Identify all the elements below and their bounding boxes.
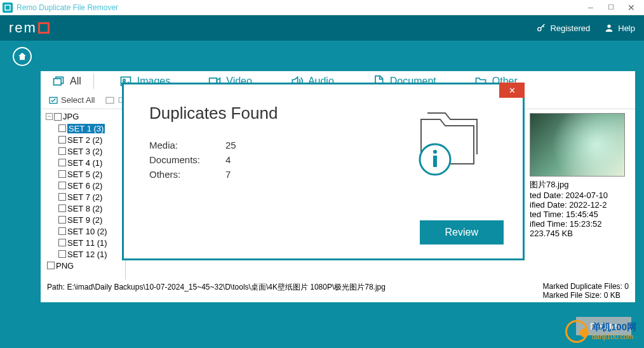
minimize-button[interactable]: ─ (580, 1, 601, 15)
svg-rect-8 (106, 97, 114, 103)
marked-size-label: Marked File Size: (543, 291, 602, 300)
tree-item-label: SET 5 (2) (67, 170, 102, 179)
svg-point-10 (433, 150, 437, 154)
help-link[interactable]: Help (604, 23, 635, 33)
svg-rect-11 (433, 156, 437, 167)
tree-item[interactable]: SET 4 (1) (42, 157, 124, 168)
window-title: Remo Duplicate File Remover (17, 3, 118, 12)
svg-rect-3 (54, 79, 62, 85)
tree-item-label: SET 9 (2) (67, 215, 102, 225)
checkbox[interactable] (58, 216, 66, 224)
results-dialog: ✕ Duplicates Found Media:25 Documents:4 … (122, 83, 525, 260)
tree-item-label: SET 11 (1) (67, 238, 107, 248)
svg-point-1 (538, 27, 541, 30)
tree-item[interactable]: SET 5 (2) (42, 168, 124, 180)
tree-item[interactable]: SET 9 (2) (42, 214, 124, 225)
others-label: Others: (149, 169, 225, 180)
tree-item[interactable]: SET 12 (1) (42, 248, 124, 260)
checkbox[interactable] (58, 182, 66, 189)
checkbox[interactable] (58, 227, 66, 235)
preview-created-time: ted Time: 15:45:45 (530, 210, 631, 219)
tree-item-label: SET 1 (3) (67, 124, 105, 133)
maximize-button[interactable]: ☐ (601, 1, 621, 15)
others-count: 7 (225, 169, 231, 180)
tree-item[interactable]: SET 10 (2) (42, 225, 124, 237)
watermark: 单机100网 danji100.com (565, 320, 636, 343)
tree-item[interactable]: SET 1 (3) (42, 123, 124, 134)
preview-size: 223.745 KB (530, 229, 631, 238)
stack-icon (52, 75, 65, 88)
tree-item-label: SET 3 (2) (67, 147, 102, 156)
info-folder-icon (408, 110, 485, 182)
tree-item[interactable]: SET 6 (2) (42, 180, 124, 191)
path-label: Path: (47, 283, 65, 291)
checkbox[interactable] (58, 124, 66, 132)
tree-item-label: SET 7 (2) (67, 192, 102, 202)
checkbox[interactable] (58, 193, 66, 201)
tree-item-label: SET 12 (1) (67, 250, 107, 259)
tree-category-jpg[interactable]: − JPG (42, 112, 124, 121)
checkbox[interactable] (58, 159, 66, 166)
person-icon (604, 23, 614, 33)
marked-files-label: Marked Duplicate Files: (543, 282, 622, 291)
marked-size-value: 0 (604, 291, 608, 300)
brand-bar: rem Registered Help (0, 15, 644, 41)
preview-modified-date: ified Date: 2022-12-2 (530, 200, 631, 210)
preview-created-date: ted Date: 2024-07-10 (530, 191, 631, 200)
documents-label: Documents: (149, 154, 225, 165)
media-count: 25 (225, 140, 236, 151)
status-bar: Path: E:\imad\Daily Backups\10-07-2024_1… (41, 279, 635, 302)
watermark-icon (565, 320, 588, 343)
deselect-icon (105, 95, 115, 105)
app-icon (3, 3, 13, 13)
tab-all[interactable]: All (41, 71, 94, 91)
tree-item-label: SET 8 (2) (67, 204, 102, 213)
select-all-button[interactable]: Select All (44, 94, 98, 107)
checkbox[interactable] (58, 147, 66, 155)
preview-card: 图片78.jpg ted Date: 2024-07-10 ified Date… (530, 113, 631, 238)
titlebar: Remo Duplicate File Remover ─ ☐ ✕ (0, 0, 644, 15)
checkbox[interactable] (47, 262, 55, 269)
tree-item-label: SET 6 (2) (67, 181, 102, 191)
preview-thumbnail (530, 113, 625, 177)
checkbox[interactable] (58, 136, 66, 144)
watermark-line2: danji100.com (592, 333, 636, 341)
tree-view[interactable]: − JPG SET 1 (3)SET 2 (2)SET 3 (2)SET 4 (… (41, 109, 126, 279)
media-label: Media: (149, 140, 225, 151)
preview-filename: 图片78.jpg (530, 179, 631, 191)
tree-item[interactable]: SET 2 (2) (42, 134, 124, 145)
svg-point-2 (608, 25, 611, 28)
watermark-line1: 单机100网 (592, 321, 636, 333)
collapse-icon[interactable]: − (46, 113, 53, 120)
checkbox[interactable] (58, 170, 66, 178)
tree-item-label: SET 10 (2) (67, 227, 107, 236)
marked-files-value: 0 (624, 282, 629, 291)
key-icon (536, 23, 546, 33)
check-icon (48, 95, 58, 105)
tree-item[interactable]: SET 11 (1) (42, 237, 124, 248)
home-button[interactable] (13, 47, 32, 66)
checkbox[interactable] (58, 239, 66, 246)
home-icon (17, 51, 27, 62)
tree-item[interactable]: SET 7 (2) (42, 191, 124, 203)
close-button[interactable]: ✕ (621, 1, 641, 15)
tree-category-png[interactable]: PNG (42, 260, 124, 271)
svg-rect-0 (5, 5, 10, 10)
checkbox[interactable] (54, 113, 62, 121)
tree-item[interactable]: SET 3 (2) (42, 145, 124, 157)
tree-item[interactable]: SET 8 (2) (42, 203, 124, 214)
checkbox[interactable] (58, 204, 66, 212)
preview-modified-time: ified Time: 15:23:52 (530, 219, 631, 229)
registered-link[interactable]: Registered (536, 23, 590, 33)
tree-item-label: SET 2 (2) (67, 135, 102, 145)
documents-count: 4 (225, 154, 231, 165)
review-button[interactable]: Review (420, 220, 504, 244)
tree-item-label: SET 4 (1) (67, 158, 102, 168)
checkbox[interactable] (58, 250, 66, 258)
path-value: E:\imad\Daily Backups\10-07-2024_15~45~3… (67, 283, 386, 291)
marked-size-unit: KB (610, 291, 621, 300)
brand-logo: rem (9, 20, 50, 36)
